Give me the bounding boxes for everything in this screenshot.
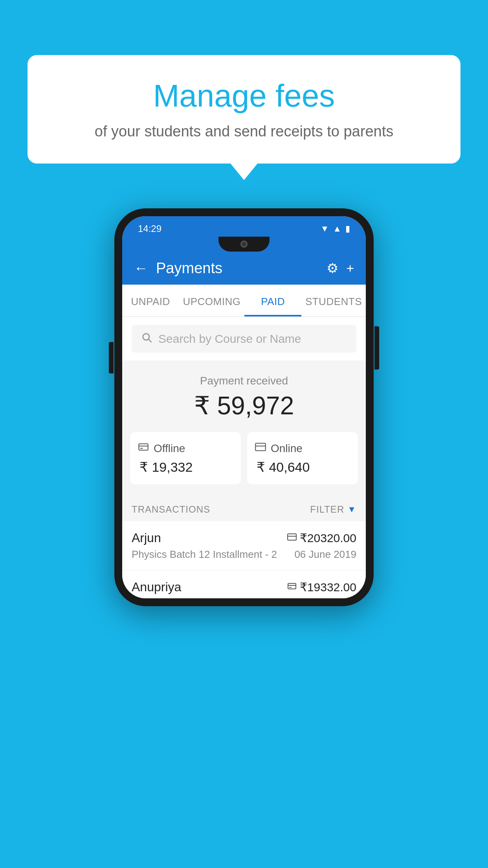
speech-bubble-container: Manage fees of your students and send re…: [28, 55, 460, 164]
phone-device: 14:29 ▼ ▲ ▮ ← Payments ⚙ +: [114, 208, 374, 606]
svg-rect-5: [255, 443, 266, 451]
notch-area: [122, 240, 366, 252]
phone-screen: 14:29 ▼ ▲ ▮ ← Payments ⚙ +: [122, 216, 366, 598]
transaction-top: Arjun ₹20320.00: [132, 531, 356, 545]
payment-total-amount: ₹ 59,972: [130, 391, 358, 420]
tab-paid[interactable]: PAID: [244, 285, 301, 316]
online-card: Online ₹ 40,640: [247, 432, 358, 484]
transaction-amount: ₹20320.00: [300, 531, 356, 545]
offline-amount: ₹ 19,332: [138, 459, 233, 475]
phone-outer: 14:29 ▼ ▲ ▮ ← Payments ⚙ +: [114, 208, 374, 606]
transaction-top-partial: Anupriya ₹19332.00: [132, 580, 356, 594]
search-placeholder: Search by Course or Name: [158, 332, 301, 346]
speech-bubble: Manage fees of your students and send re…: [28, 55, 460, 164]
speech-bubble-subtitle: of your students and send receipts to pa…: [59, 121, 429, 142]
status-icons: ▼ ▲ ▮: [320, 224, 350, 234]
search-input-wrapper[interactable]: Search by Course or Name: [132, 325, 356, 353]
add-icon[interactable]: +: [346, 261, 354, 276]
transaction-date: 06 June 2019: [294, 548, 356, 561]
offline-card: Offline ₹ 19,332: [130, 432, 241, 484]
app-bar: ← Payments ⚙ +: [122, 252, 366, 285]
cards-row: Offline ₹ 19,332 Online ₹ 4: [122, 432, 366, 496]
filter-icon: ▼: [347, 504, 356, 515]
svg-rect-2: [139, 444, 148, 450]
student-name: Arjun: [132, 531, 161, 545]
cash-payment-icon: [287, 581, 297, 593]
svg-rect-7: [288, 534, 296, 540]
camera-dot: [240, 241, 248, 248]
online-amount: ₹ 40,640: [255, 459, 350, 475]
tab-students[interactable]: STUDENTS: [301, 285, 366, 316]
svg-line-1: [149, 339, 151, 342]
search-container: Search by Course or Name: [122, 317, 366, 360]
signal-icon: ▲: [333, 224, 341, 234]
transactions-header: TRANSACTIONS FILTER ▼: [122, 496, 366, 521]
back-button[interactable]: ←: [134, 260, 148, 276]
speech-bubble-title: Manage fees: [59, 79, 429, 113]
transactions-label: TRANSACTIONS: [132, 504, 210, 515]
transaction-amount-2: ₹19332.00: [300, 580, 356, 594]
transaction-amount-row-2: ₹19332.00: [287, 580, 356, 594]
transaction-amount-row: ₹20320.00: [287, 531, 356, 545]
online-label: Online: [271, 442, 303, 455]
app-bar-title: Payments: [156, 260, 319, 277]
offline-label: Offline: [154, 442, 185, 455]
online-icon: [255, 441, 266, 455]
filter-label: FILTER: [310, 504, 344, 515]
online-card-top: Online: [255, 441, 350, 455]
payment-summary: Payment received ₹ 59,972: [122, 360, 366, 432]
battery-icon: ▮: [345, 224, 350, 234]
offline-icon: [138, 441, 149, 455]
settings-icon[interactable]: ⚙: [327, 260, 338, 276]
filter-button[interactable]: FILTER ▼: [310, 504, 356, 515]
wifi-icon: ▼: [320, 224, 329, 234]
svg-rect-9: [288, 583, 296, 589]
status-bar: 14:29 ▼ ▲ ▮: [122, 216, 366, 240]
course-info: Physics Batch 12 Installment - 2: [132, 548, 277, 561]
tab-unpaid[interactable]: UNPAID: [122, 285, 179, 316]
student-name-2: Anupriya: [132, 580, 181, 594]
card-payment-icon: [287, 532, 297, 544]
tab-upcoming[interactable]: UPCOMING: [179, 285, 244, 316]
transaction-detail: Physics Batch 12 Installment - 2 06 June…: [132, 548, 356, 561]
offline-card-top: Offline: [138, 441, 233, 455]
search-icon: [141, 332, 152, 346]
status-time: 14:29: [138, 223, 161, 234]
transaction-item-partial[interactable]: Anupriya ₹19332.00: [122, 570, 366, 598]
tabs-bar: UNPAID UPCOMING PAID STUDENTS: [122, 285, 366, 317]
transaction-item[interactable]: Arjun ₹20320.00 Physics Batch 12 Install…: [122, 521, 366, 570]
payment-received-label: Payment received: [130, 375, 358, 387]
notch: [218, 237, 270, 252]
